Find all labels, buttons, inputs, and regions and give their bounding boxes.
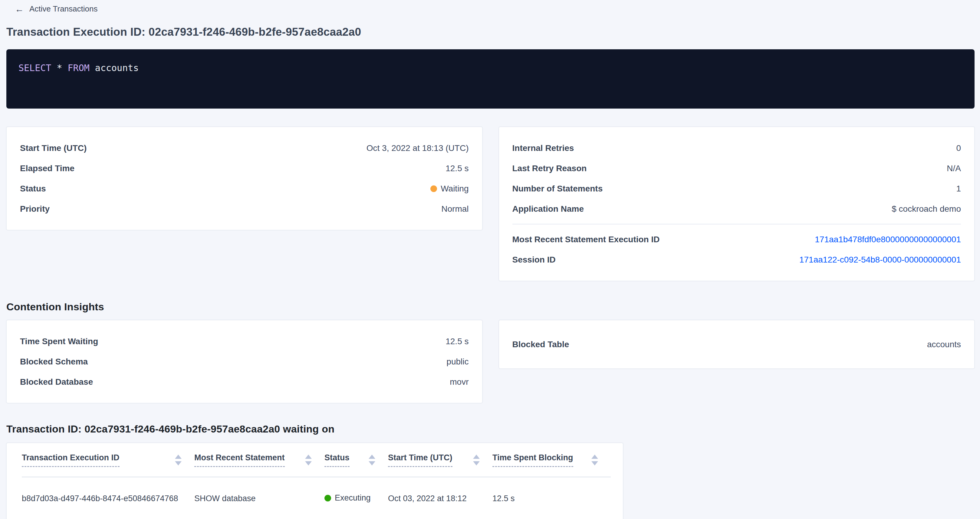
column-header-label: Transaction Execution ID (22, 453, 119, 467)
cell-time-spent-blocking: 12.5 s (492, 494, 611, 503)
session-id-link[interactable]: 171aa122-c092-54b8-0000-000000000001 (799, 255, 961, 265)
page-title: Transaction Execution ID: 02ca7931-f246-… (6, 26, 975, 38)
most-recent-statement-execution-id-link[interactable]: 171aa1b478fdf0e80000000000000001 (815, 235, 961, 244)
info-row-session-id: Session ID 171aa122-c092-54b8-0000-00000… (512, 249, 961, 270)
sql-keyword: FROM (68, 63, 89, 73)
column-header-label: Status (325, 453, 350, 467)
sql-keyword: SELECT (19, 63, 51, 73)
status-badge: Waiting (430, 184, 469, 194)
breadcrumb-label: Active Transactions (29, 4, 97, 14)
internal-retries-value: 0 (956, 143, 961, 153)
number-of-statements-value: 1 (956, 184, 961, 194)
info-row-start-time: Start Time (UTC) Oct 3, 2022 at 18:13 (U… (20, 138, 469, 158)
sql-statement-box: SELECT * FROM accounts (6, 49, 975, 109)
column-header-time-spent-blocking[interactable]: Time Spent Blocking (492, 443, 611, 477)
overview-section: Start Time (UTC) Oct 3, 2022 at 18:13 (U… (6, 127, 975, 281)
start-time-value: Oct 3, 2022 at 18:13 (UTC) (366, 143, 469, 153)
arrow-left-icon: ← (15, 5, 24, 14)
cell-transaction-execution-id: b8d7d03a-d497-446b-8474-e50846674768 (22, 494, 194, 503)
executing-status-dot-icon (325, 495, 331, 502)
column-header-most-recent-statement[interactable]: Most Recent Statement (194, 443, 325, 477)
sort-icon (369, 455, 375, 465)
blocked-database-label: Blocked Database (20, 377, 93, 387)
blocked-table-label: Blocked Table (512, 340, 569, 349)
sort-icon (592, 455, 598, 465)
card-divider (512, 224, 961, 224)
column-header-start-time[interactable]: Start Time (UTC) (388, 443, 492, 477)
info-row-blocked-database: Blocked Database movr (20, 372, 469, 392)
info-row-internal-retries: Internal Retries 0 (512, 138, 961, 158)
last-retry-reason-label: Last Retry Reason (512, 163, 587, 173)
cell-start-time: Oct 03, 2022 at 18:12 (388, 494, 492, 503)
overview-card-left: Start Time (UTC) Oct 3, 2022 at 18:13 (U… (6, 127, 482, 230)
info-row-priority: Priority Normal (20, 199, 469, 219)
blocked-database-value: movr (450, 377, 469, 387)
blocked-table-value: accounts (927, 340, 961, 349)
row-status-value: Executing (335, 493, 371, 503)
info-row-blocked-table: Blocked Table accounts (512, 334, 961, 354)
number-of-statements-label: Number of Statements (512, 184, 603, 194)
session-id-label: Session ID (512, 255, 556, 265)
sort-icon (305, 455, 312, 465)
column-header-status[interactable]: Status (325, 443, 388, 477)
info-row-last-retry-reason: Last Retry Reason N/A (512, 158, 961, 178)
sort-icon (473, 455, 480, 465)
info-row-elapsed-time: Elapsed Time 12.5 s (20, 158, 469, 178)
column-header-label: Time Spent Blocking (492, 453, 573, 467)
column-header-transaction-execution-id[interactable]: Transaction Execution ID (22, 443, 194, 477)
waiting-status-dot-icon (430, 186, 437, 192)
column-header-label: Most Recent Statement (194, 453, 285, 467)
blocked-schema-value: public (446, 357, 469, 367)
info-row-time-spent-waiting: Time Spent Waiting 12.5 s (20, 331, 469, 351)
time-spent-waiting-value: 12.5 s (445, 336, 469, 346)
column-header-label: Start Time (UTC) (388, 453, 452, 467)
info-row-status: Status Waiting (20, 178, 469, 199)
sql-text: * (51, 63, 67, 73)
cell-most-recent-statement: SHOW database (194, 494, 325, 503)
sort-icon (175, 455, 181, 465)
table-header-row: Transaction Execution ID Most Recent Sta… (22, 443, 611, 477)
elapsed-time-label: Elapsed Time (20, 163, 75, 173)
elapsed-time-value: 12.5 s (445, 163, 469, 173)
contention-card-left: Time Spent Waiting 12.5 s Blocked Schema… (6, 320, 482, 403)
contention-card-right: Blocked Table accounts (499, 320, 975, 369)
transaction-details-page: ← Active Transactions Transaction Execut… (0, 0, 980, 519)
internal-retries-label: Internal Retries (512, 143, 574, 153)
info-row-number-of-statements: Number of Statements 1 (512, 178, 961, 199)
start-time-label: Start Time (UTC) (20, 143, 87, 153)
contention-insights-heading: Contention Insights (6, 301, 975, 313)
waiting-on-heading: Transaction ID: 02ca7931-f246-469b-b2fe-… (6, 423, 975, 435)
info-row-blocked-schema: Blocked Schema public (20, 351, 469, 372)
most-recent-statement-execution-id-label: Most Recent Statement Execution ID (512, 235, 660, 244)
cell-status: Executing (325, 493, 388, 503)
waiting-on-table-card: Transaction Execution ID Most Recent Sta… (6, 443, 623, 519)
status-label: Status (20, 184, 46, 194)
info-row-application-name: Application Name $ cockroach demo (512, 199, 961, 219)
table-row: b8d7d03a-d497-446b-8474-e50846674768 SHO… (22, 477, 611, 519)
priority-value: Normal (441, 204, 469, 214)
contention-section: Time Spent Waiting 12.5 s Blocked Schema… (6, 320, 975, 403)
application-name-value: $ cockroach demo (892, 204, 961, 214)
priority-label: Priority (20, 204, 49, 214)
application-name-label: Application Name (512, 204, 584, 214)
overview-card-right: Internal Retries 0 Last Retry Reason N/A… (499, 127, 975, 281)
blocked-schema-label: Blocked Schema (20, 357, 88, 367)
last-retry-reason-value: N/A (947, 163, 961, 173)
time-spent-waiting-label: Time Spent Waiting (20, 336, 98, 346)
breadcrumb-back-link[interactable]: ← Active Transactions (15, 4, 97, 14)
status-value: Waiting (441, 184, 469, 194)
info-row-most-recent-statement-execution-id: Most Recent Statement Execution ID 171aa… (512, 229, 961, 249)
sql-text: accounts (89, 63, 139, 73)
